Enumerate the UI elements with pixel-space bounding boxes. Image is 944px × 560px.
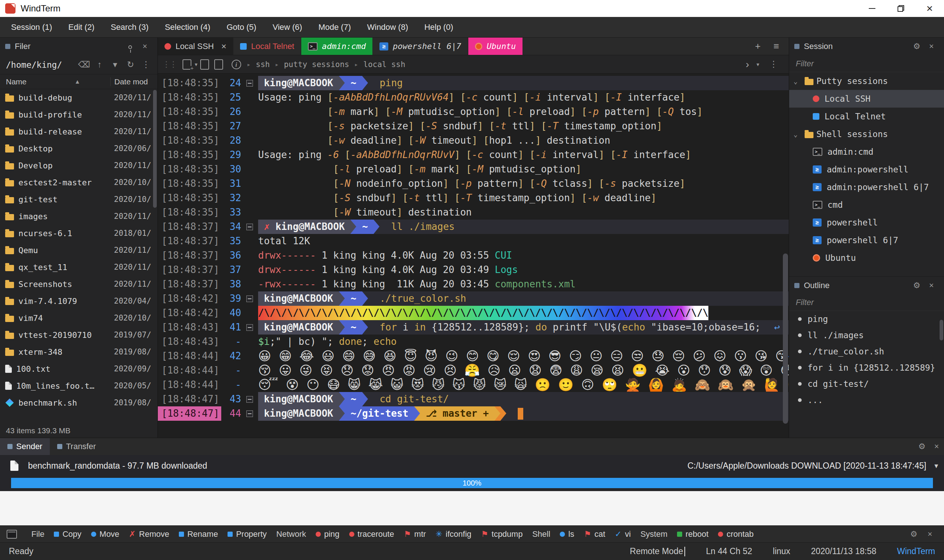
status-brand[interactable]: WindTerm	[897, 546, 935, 556]
info-icon[interactable]: i	[231, 60, 241, 69]
toolbar-item-remove[interactable]: ✗Remove	[124, 526, 174, 543]
breadcrumb-local-ssh[interactable]: local ssh	[363, 60, 405, 69]
terminal-scrollbar[interactable]	[783, 254, 788, 424]
file-row-benchmark-sh[interactable]: benchmark.sh2019/08/	[0, 394, 157, 411]
toolbar-item-system[interactable]: System	[636, 526, 672, 543]
filer-pin-button[interactable]	[123, 42, 137, 51]
file-row-develop[interactable]: Develop2020/11/	[0, 157, 157, 174]
file-row-build-debug[interactable]: build-debug2020/11/	[0, 89, 157, 106]
file-row-images[interactable]: images2020/11/	[0, 208, 157, 225]
fold-marker-icon[interactable]	[246, 80, 253, 86]
toolbar-item-property[interactable]: Property	[223, 526, 271, 543]
menu-item-session-1[interactable]: Session (1)	[3, 17, 60, 38]
toolbar-item-tcpdump[interactable]: ⚑tcpdump	[476, 526, 527, 543]
outline-item-ping[interactable]: ping	[789, 311, 944, 327]
session-item-admin-powershell[interactable]: ≥admin:powershell	[789, 161, 944, 178]
session-item-cmd[interactable]: >_cmd	[789, 196, 944, 214]
restore-button[interactable]	[887, 0, 915, 17]
file-row-qx-test-11[interactable]: qx_test_112020/11/	[0, 258, 157, 275]
filer-more-icon[interactable]: ⋮	[138, 60, 154, 70]
toolbar-item-crontab[interactable]: crontab	[713, 526, 758, 543]
file-list[interactable]: build-debug2020/11/build-profile2020/11/…	[0, 89, 157, 424]
tab-close-icon[interactable]: ×	[221, 41, 227, 52]
toolbar-item-ping[interactable]: ping	[311, 526, 344, 543]
up-directory-icon[interactable]: ↑	[92, 60, 107, 70]
toolbar-item-mtr[interactable]: ⚑mtr	[399, 526, 431, 543]
file-row-esctest2-master[interactable]: esctest2-master2020/10/	[0, 174, 157, 191]
toolbar-item-vi[interactable]: ✓vi	[610, 526, 636, 543]
fold-marker-icon[interactable]	[246, 324, 253, 331]
toolbar-item-reboot[interactable]: reboot	[672, 526, 713, 543]
file-row-xterm-348[interactable]: xterm-3482019/08/	[0, 343, 157, 360]
menu-item-view-6[interactable]: View (6)	[264, 17, 310, 38]
tab-local-ssh[interactable]: Local SSH×	[158, 38, 233, 55]
file-row-vim74[interactable]: vim742020/10/	[0, 309, 157, 326]
path-input[interactable]: /home/king/	[6, 60, 76, 70]
clear-path-icon[interactable]: ⌫	[76, 60, 92, 70]
history-dropdown-icon[interactable]: ▾	[107, 60, 123, 70]
outline-item-true-color-sh[interactable]: ./true_color.sh	[789, 343, 944, 360]
right-panel-scrollbar[interactable]	[939, 320, 943, 340]
open-session-icon[interactable]	[200, 59, 209, 70]
session-item-admin-powershell-6-7[interactable]: ≥admin:powershell 6|7	[789, 178, 944, 196]
session-item-local-telnet[interactable]: Local Telnet	[789, 108, 944, 125]
menu-item-selection-4[interactable]: Selection (4)	[157, 17, 219, 38]
toolbar-item-copy[interactable]: Copy	[49, 526, 86, 543]
menu-item-help-0[interactable]: Help (0)	[416, 17, 461, 38]
close-button[interactable]: ×	[915, 0, 944, 17]
fold-marker-icon[interactable]	[246, 224, 253, 230]
paste-icon[interactable]	[214, 59, 223, 70]
toolbar-item-network[interactable]: Network	[271, 526, 311, 543]
toolbar-settings-icon[interactable]: ⚙	[906, 529, 921, 539]
outline-item-[interactable]: ...	[789, 392, 944, 408]
transfer-dropdown-icon[interactable]: ▾	[935, 461, 938, 470]
toolbar-item-ls[interactable]: ls	[555, 526, 579, 543]
session-filter-input[interactable]: Filter	[789, 55, 944, 72]
file-row-build-profile[interactable]: build-profile2020/11/	[0, 106, 157, 123]
file-row-vttest-20190710[interactable]: vttest-201907102019/07/	[0, 326, 157, 343]
tab-ubuntu[interactable]: Ubuntu	[468, 38, 523, 55]
session-settings-icon[interactable]: ⚙	[909, 42, 924, 51]
column-date[interactable]: Date mod	[110, 77, 157, 86]
toolbar-close-icon[interactable]: ×	[922, 529, 937, 539]
toolbar-item-shell[interactable]: Shell	[527, 526, 555, 543]
column-name[interactable]: Name▲	[6, 77, 110, 86]
toolbar-more-icon[interactable]: ⋮	[766, 59, 781, 69]
file-row-qemu[interactable]: Qemu2020/11/	[0, 242, 157, 258]
outline-filter-input[interactable]: Filter	[789, 294, 944, 311]
session-item-shell-sessions[interactable]: ⌄Shell sessions	[789, 125, 944, 143]
file-row-10m-lines-foo-t[interactable]: 10m_lines_foo.t…2020/05/	[0, 377, 157, 394]
fold-marker-icon[interactable]	[246, 396, 253, 403]
terminal-viewport[interactable]: [18:48:35]24 king@MACBOOK ~ ping[18:48:3…	[158, 74, 789, 438]
outline-item-cd-git-test[interactable]: cd git-test/	[789, 376, 944, 392]
toolbar-item-traceroute[interactable]: traceroute	[344, 526, 399, 543]
outline-close-icon[interactable]: ×	[924, 281, 939, 290]
refresh-icon[interactable]: ↻	[123, 60, 138, 70]
menu-item-search-3[interactable]: Search (3)	[102, 17, 157, 38]
tab-local-telnet[interactable]: Local Telnet	[233, 38, 301, 55]
outline-settings-icon[interactable]: ⚙	[909, 281, 924, 290]
session-item-powershell[interactable]: ≥powershell	[789, 214, 944, 231]
toolbar-item-file[interactable]: File	[26, 526, 49, 543]
sender-settings-icon[interactable]: ⚙	[915, 442, 929, 451]
session-item-putty-sessions[interactable]: ⌄Putty sessions	[789, 72, 944, 90]
file-row-ncurses-6-1[interactable]: ncurses-6.12018/01/	[0, 225, 157, 242]
file-row-vim-7-4-1079[interactable]: vim-7.4.10792020/04/	[0, 292, 157, 309]
menu-item-edit-2[interactable]: Edit (2)	[60, 17, 102, 38]
fold-marker-icon[interactable]	[246, 295, 253, 302]
toolbar-item-cat[interactable]: ⚑cat	[579, 526, 610, 543]
toolbar-dropdown-icon[interactable]: ▾	[756, 61, 759, 68]
session-item-admin-cmd[interactable]: >_admin:cmd	[789, 143, 944, 161]
status-cursor-position[interactable]: Ln 44 Ch 52	[706, 546, 752, 556]
new-session-icon[interactable]: +	[182, 59, 191, 70]
session-item-local-ssh[interactable]: Local SSH	[789, 90, 944, 108]
session-item-powershell-6-7[interactable]: ≥powershell 6|7	[789, 231, 944, 249]
file-row-git-test[interactable]: git-test2020/10/	[0, 191, 157, 208]
tab-admin-cmd[interactable]: >_admin:cmd	[301, 38, 373, 55]
file-row-screenshots[interactable]: Screenshots2020/11/	[0, 275, 157, 292]
filer-close-button[interactable]: ×	[137, 42, 152, 51]
new-session-dropdown-icon[interactable]: ▾	[195, 61, 197, 68]
fold-marker-icon[interactable]	[246, 411, 253, 417]
status-os[interactable]: linux	[773, 546, 790, 556]
outline-item-ll-images[interactable]: ll ./images	[789, 327, 944, 343]
